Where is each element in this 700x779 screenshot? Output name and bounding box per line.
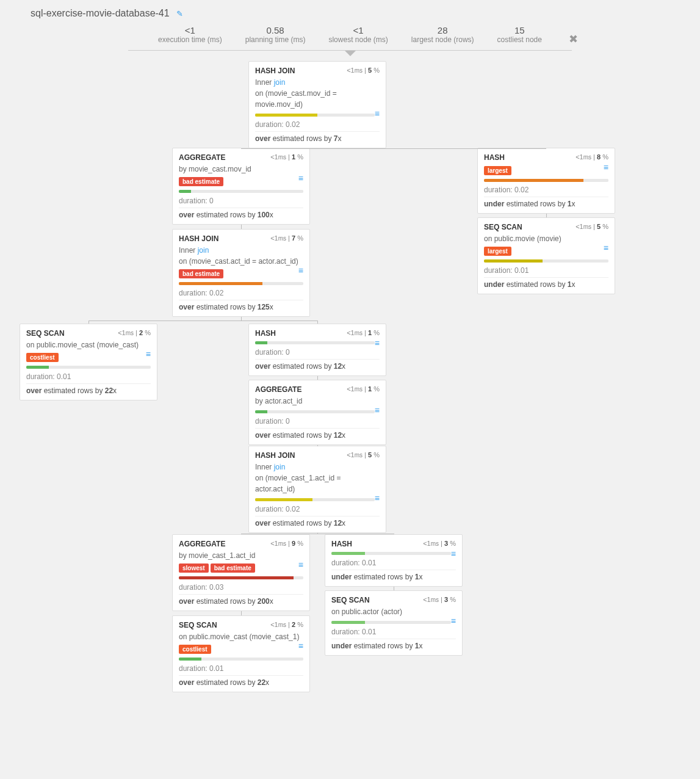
node-meta: <1ms | 3 % (423, 596, 456, 603)
database-icon: ≡ (298, 266, 303, 275)
database-icon: ≡ (375, 338, 380, 348)
node-title: HASH (255, 329, 276, 338)
node-title: AGGREGATE (255, 385, 301, 394)
plan-node[interactable]: HASH JOIN <1ms | 5 % Inner joinon (movie… (248, 61, 386, 148)
progress-bar (255, 341, 375, 344)
badge: largest (484, 247, 511, 256)
stat-costliest-node: 15costliest node (497, 25, 542, 44)
database-icon: ≡ (375, 493, 380, 503)
database-icon: ≡ (298, 560, 303, 570)
plan-node[interactable]: AGGREGATE <1ms | 1 % by movie_cast.mov_i… (172, 148, 310, 225)
plan-node[interactable]: HASH JOIN <1ms | 7 % Inner joinon (movie… (172, 229, 310, 317)
progress-bar (179, 282, 303, 285)
progress-bar (179, 190, 303, 193)
node-meta: <1ms | 5 % (576, 223, 608, 230)
node-title: HASH JOIN (255, 67, 295, 75)
duration: duration: 0.02 (484, 186, 608, 194)
node-title: SEQ SCAN (179, 621, 217, 629)
duration: duration: 0 (255, 348, 380, 357)
stats-bar: <1execution time (ms) 0.58planning time … (128, 25, 572, 51)
plan-node[interactable]: HASH <1ms | 8 % ≡ largest duration: 0.02… (477, 148, 615, 214)
node-title: HASH JOIN (255, 451, 295, 460)
stat-slowest-node: <1slowest node (ms) (328, 25, 388, 44)
progress-bar (331, 552, 451, 555)
duration: duration: 0.02 (255, 505, 380, 513)
duration: duration: 0.01 (331, 628, 456, 636)
database-icon: ≡ (375, 109, 380, 118)
duration: duration: 0.01 (331, 559, 456, 567)
duration: duration: 0 (179, 197, 303, 205)
page-title: sql-exercise-movie-database-41 (31, 8, 170, 18)
duration: duration: 0 (255, 417, 380, 426)
plan-node[interactable]: HASH <1ms | 3 % ≡ duration: 0.01 under e… (325, 534, 463, 587)
stat-exec-time: <1execution time (ms) (158, 25, 222, 44)
badge: largest (484, 166, 511, 175)
progress-bar (26, 366, 151, 369)
database-icon: ≡ (451, 549, 456, 559)
estimate: over estimated rows by 22x (26, 383, 151, 395)
close-icon[interactable]: ✖ (569, 32, 578, 46)
progress-bar (484, 259, 608, 263)
node-title: SEQ SCAN (331, 596, 370, 604)
node-meta: <1ms | 5 % (347, 451, 380, 458)
progress-bar (484, 179, 608, 182)
node-title: HASH (331, 540, 352, 548)
node-meta: <1ms | 8 % (576, 153, 608, 161)
duration: duration: 0.03 (179, 583, 303, 592)
plan-node[interactable]: AGGREGATE <1ms | 9 % by movie_cast_1.act… (172, 534, 310, 611)
node-title: SEQ SCAN (484, 223, 522, 231)
database-icon: ≡ (451, 616, 456, 626)
node-meta: <1ms | 2 % (118, 329, 151, 336)
database-icon: ≡ (604, 243, 608, 253)
plan-node[interactable]: HASH JOIN <1ms | 5 % Inner joinon (movie… (248, 446, 386, 533)
estimate: over estimated rows by 125x (179, 300, 303, 311)
database-icon: ≡ (146, 349, 151, 359)
progress-bar (331, 621, 451, 624)
badge: bad estimate (179, 177, 223, 186)
estimate: under estimated rows by 1x (331, 570, 456, 581)
duration: duration: 0.01 (26, 372, 151, 381)
badge: slowest (179, 563, 209, 573)
arrow-down-icon (345, 51, 356, 56)
node-meta: <1ms | 1 % (270, 153, 303, 161)
estimate: under estimated rows by 1x (484, 277, 608, 289)
node-title: HASH (484, 153, 505, 162)
node-title: SEQ SCAN (26, 329, 65, 338)
node-title: AGGREGATE (179, 540, 225, 548)
estimate: over estimated rows by 200x (179, 594, 303, 606)
plan-node[interactable]: SEQ SCAN <1ms | 5 % on public.movie (mov… (477, 217, 615, 294)
duration: duration: 0.01 (484, 266, 608, 275)
edit-icon[interactable]: ✎ (176, 9, 183, 18)
badge: bad estimate (211, 563, 255, 573)
database-icon: ≡ (298, 641, 303, 651)
estimate: under estimated rows by 1x (331, 639, 456, 650)
estimate: over estimated rows by 100x (179, 208, 303, 219)
progress-bar (179, 576, 303, 579)
estimate: over estimated rows by 12x (255, 516, 380, 527)
plan-node[interactable]: SEQ SCAN <1ms | 3 % on public.actor (act… (325, 590, 463, 656)
estimate: over estimated rows by 7x (255, 131, 380, 143)
badge: costliest (179, 645, 211, 654)
plan-node[interactable]: SEQ SCAN <1ms | 2 % on public.movie_cast… (20, 324, 157, 400)
badge: costliest (26, 353, 59, 362)
database-icon: ≡ (604, 162, 608, 172)
estimate: over estimated rows by 12x (255, 359, 380, 371)
node-meta: <1ms | 5 % (347, 67, 380, 74)
node-meta: <1ms | 9 % (270, 540, 303, 547)
estimate: over estimated rows by 22x (179, 675, 303, 687)
node-meta: <1ms | 3 % (423, 540, 456, 547)
progress-bar (255, 498, 375, 501)
plan-tree: HASH JOIN <1ms | 5 % Inner joinon (movie… (0, 61, 700, 751)
plan-node[interactable]: SEQ SCAN <1ms | 2 % on public.movie_cast… (172, 615, 310, 692)
plan-node[interactable]: AGGREGATE <1ms | 1 % by actor.act_id≡ du… (248, 380, 386, 445)
stat-largest-node: 28largest node (rows) (411, 25, 474, 44)
plan-node[interactable]: HASH <1ms | 1 % ≡ duration: 0 over estim… (248, 324, 386, 376)
node-meta: <1ms | 1 % (347, 385, 380, 393)
progress-bar (255, 114, 375, 117)
node-title: HASH JOIN (179, 234, 218, 243)
duration: duration: 0.02 (179, 289, 303, 297)
node-title: AGGREGATE (179, 153, 225, 162)
progress-bar (179, 658, 303, 661)
estimate: over estimated rows by 12x (255, 428, 380, 440)
node-meta: <1ms | 1 % (347, 329, 380, 336)
